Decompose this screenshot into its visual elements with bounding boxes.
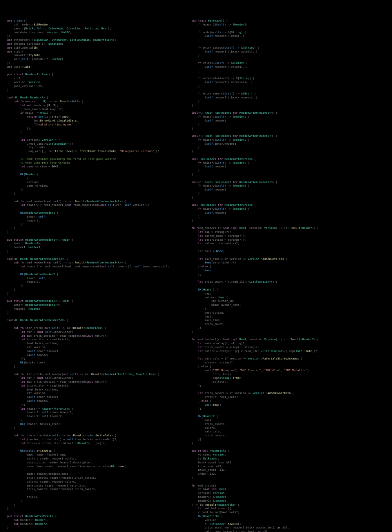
code-column-left: use crate::{ bit_reader::BitReader, save… [4,19,188,532]
code-text: pub trait HasHeader2 { fn header2(&self)… [191,19,319,532]
code-text: use crate::{ bit_reader::BitReader, save… [7,19,169,532]
code-column-right: pub trait HasHeader2 { fn header2(&self)… [188,19,372,532]
